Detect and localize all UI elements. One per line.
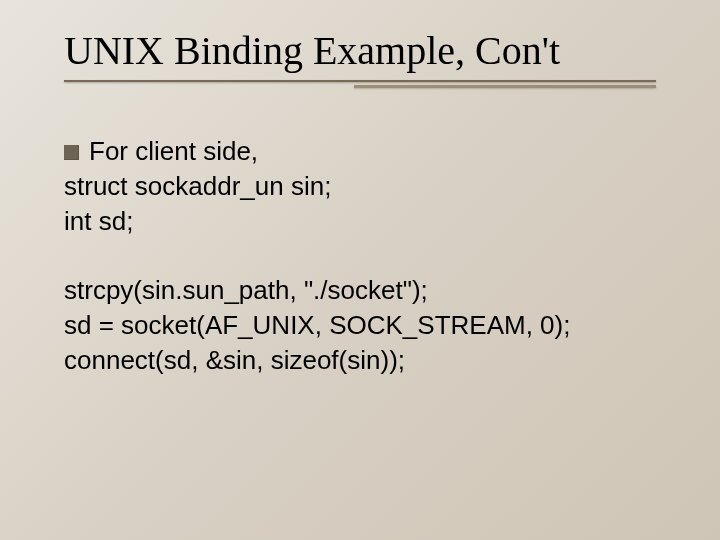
spacer [64, 239, 656, 273]
underline-long [64, 80, 656, 82]
code-line: strcpy(sin.sun_path, "./socket"); [64, 273, 656, 308]
title-underline [64, 80, 656, 90]
code-line: connect(sd, &sin, sizeof(sin)); [64, 343, 656, 378]
code-line: sd = socket(AF_UNIX, SOCK_STREAM, 0); [64, 308, 656, 343]
slide: UNIX Binding Example, Con't For client s… [0, 0, 720, 540]
code-line: struct sockaddr_un sin; [64, 169, 656, 204]
slide-body: For client side, struct sockaddr_un sin;… [64, 134, 656, 379]
slide-title: UNIX Binding Example, Con't [64, 28, 656, 74]
square-bullet-icon [64, 145, 79, 160]
bullet-item: For client side, [64, 134, 656, 169]
code-line: int sd; [64, 204, 656, 239]
bullet-text: For client side, [89, 134, 258, 169]
underline-short [354, 85, 656, 88]
title-area: UNIX Binding Example, Con't [64, 28, 656, 90]
